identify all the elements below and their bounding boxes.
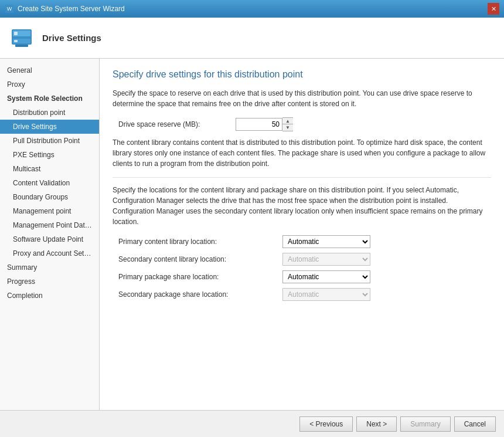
sidebar-item-pxe-settings[interactable]: PXE Settings bbox=[0, 148, 99, 162]
secondary-content-library-select[interactable]: Automatic bbox=[282, 253, 370, 266]
primary-content-library-row: Primary content library location:Automat… bbox=[113, 235, 491, 248]
sidebar-item-system-role-selection[interactable]: System Role Selection bbox=[0, 92, 99, 106]
window-title: Create Site System Server Wizard bbox=[18, 5, 125, 13]
drive-space-input[interactable] bbox=[236, 118, 282, 131]
sidebar-item-summary[interactable]: Summary bbox=[0, 260, 99, 275]
divider bbox=[113, 177, 491, 178]
cancel-button[interactable]: Cancel bbox=[454, 416, 496, 432]
sidebar-item-distribution-point[interactable]: Distribution point bbox=[0, 106, 99, 120]
spin-buttons: ▲ ▼ bbox=[282, 117, 293, 131]
sidebar-item-multicast[interactable]: Multicast bbox=[0, 162, 99, 176]
drive-space-label: Drive space reserve (MB): bbox=[118, 120, 236, 128]
sidebar-item-progress[interactable]: Progress bbox=[0, 275, 99, 289]
previous-button[interactable]: < Previous bbox=[299, 416, 353, 432]
app-icon: W bbox=[5, 4, 14, 13]
spin-up-button[interactable]: ▲ bbox=[282, 118, 293, 124]
sidebar-item-proxy[interactable]: Proxy bbox=[0, 77, 99, 92]
title-controls: ✕ bbox=[488, 3, 499, 15]
secondary-content-library-row: Secondary content library location:Autom… bbox=[113, 253, 491, 266]
secondary-package-share-row: Secondary package share location:Automat… bbox=[113, 288, 491, 301]
location-rows: Primary content library location:Automat… bbox=[113, 235, 491, 301]
svg-rect-7 bbox=[15, 45, 28, 47]
svg-rect-6 bbox=[14, 40, 18, 42]
wizard-header: Drive Settings bbox=[0, 18, 504, 59]
close-button[interactable]: ✕ bbox=[488, 3, 499, 15]
sidebar-item-drive-settings[interactable]: Drive Settings bbox=[0, 120, 99, 134]
sidebar-item-completion[interactable]: Completion bbox=[0, 289, 99, 303]
sidebar-item-software-update-point[interactable]: Software Update Point bbox=[0, 232, 99, 246]
sidebar-item-proxy-account-settings[interactable]: Proxy and Account Settin... bbox=[0, 246, 99, 260]
primary-package-share-row: Primary package share location:Automatic bbox=[113, 270, 491, 283]
spin-down-button[interactable]: ▼ bbox=[282, 124, 293, 131]
secondary-package-share-select[interactable]: Automatic bbox=[282, 288, 370, 301]
wizard-footer: < Previous Next > Summary Cancel bbox=[0, 410, 504, 437]
primary-package-share-label: Primary package share location: bbox=[118, 273, 282, 281]
secondary-content-library-label: Secondary content library location: bbox=[118, 255, 282, 263]
sidebar-item-content-validation[interactable]: Content Validation bbox=[0, 176, 99, 190]
sidebar-item-general[interactable]: General bbox=[0, 63, 99, 77]
sidebar-item-management-point[interactable]: Management point bbox=[0, 204, 99, 218]
page-title: Specify drive settings for this distribu… bbox=[113, 69, 491, 80]
drive-space-row: Drive space reserve (MB): ▲ ▼ bbox=[113, 117, 491, 131]
secondary-package-share-label: Secondary package share location: bbox=[118, 290, 282, 299]
svg-text:W: W bbox=[7, 6, 12, 12]
description-3: Specify the locations for the content li… bbox=[113, 185, 491, 227]
main-content: Specify drive settings for this distribu… bbox=[100, 59, 504, 410]
description-1: Specify the space to reserve on each dri… bbox=[113, 88, 491, 109]
next-button[interactable]: Next > bbox=[356, 416, 397, 432]
sidebar-item-management-point-database[interactable]: Management Point Datab... bbox=[0, 218, 99, 232]
description-2: The content library contains content tha… bbox=[113, 137, 491, 169]
drive-space-input-group: ▲ ▼ bbox=[236, 117, 293, 131]
primary-content-library-select[interactable]: Automatic bbox=[282, 235, 370, 248]
summary-button[interactable]: Summary bbox=[400, 416, 450, 432]
sidebar-item-boundary-groups[interactable]: Boundary Groups bbox=[0, 190, 99, 204]
sidebar-item-pull-distribution-point[interactable]: Pull Distribution Point bbox=[0, 134, 99, 148]
title-bar: W Create Site System Server Wizard ✕ bbox=[0, 0, 504, 18]
wizard-body: GeneralProxySystem Role SelectionDistrib… bbox=[0, 59, 504, 410]
primary-content-library-label: Primary content library location: bbox=[118, 238, 282, 246]
header-title: Drive Settings bbox=[42, 33, 101, 43]
svg-rect-4 bbox=[14, 32, 18, 35]
left-nav: GeneralProxySystem Role SelectionDistrib… bbox=[0, 59, 100, 410]
drive-settings-icon bbox=[9, 26, 34, 50]
primary-package-share-select[interactable]: Automatic bbox=[282, 270, 370, 283]
